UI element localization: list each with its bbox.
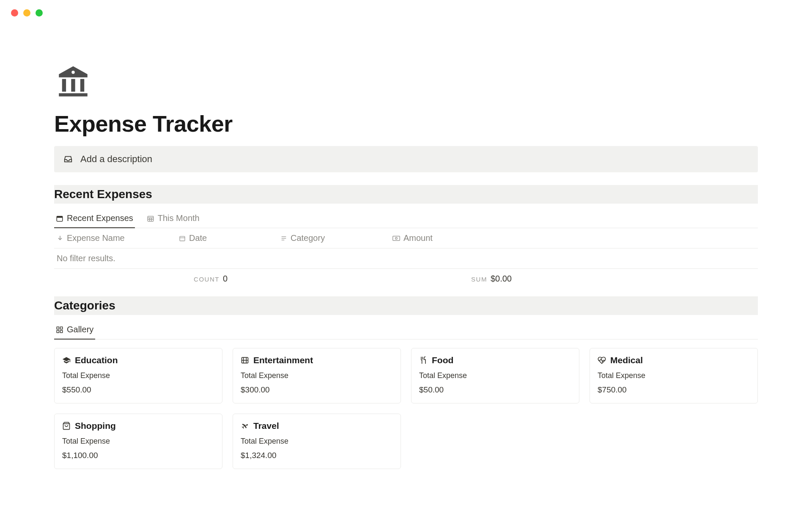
column-label: Amount	[403, 233, 433, 243]
svg-rect-22	[60, 330, 63, 332]
card-name: Education	[75, 355, 118, 365]
category-card-travel[interactable]: TravelTotal Expense$1,324.00	[233, 414, 401, 469]
categories-heading: Categories	[54, 299, 758, 312]
card-total-label: Total Expense	[241, 371, 393, 380]
summary-row: COUNT 0 SUM $0.00	[54, 269, 758, 289]
recent-expenses-heading: Recent Expenses	[54, 188, 758, 201]
card-name: Medical	[610, 355, 643, 365]
list-icon	[280, 235, 287, 242]
column-expense-name[interactable]: Expense Name	[54, 233, 179, 243]
calendar-icon	[179, 235, 186, 242]
column-label: Category	[291, 233, 325, 243]
tab-label: This Month	[158, 213, 200, 223]
card-title: Travel	[241, 421, 393, 431]
card-amount: $1,100.00	[62, 451, 214, 460]
svg-rect-7	[148, 216, 154, 221]
money-icon	[392, 235, 400, 242]
svg-rect-6	[57, 216, 63, 218]
card-title: Education	[62, 355, 214, 365]
arrow-down-icon	[57, 235, 63, 242]
recent-expenses-tabs: Recent Expenses This Month	[54, 209, 758, 228]
plane-icon	[241, 422, 249, 430]
section-header-recent-expenses: Recent Expenses	[54, 185, 758, 204]
svg-rect-19	[57, 327, 59, 329]
window-close-button[interactable]	[11, 9, 18, 17]
shopping-bag-icon	[62, 422, 71, 430]
svg-point-0	[71, 71, 75, 74]
card-total-label: Total Expense	[598, 371, 750, 380]
tab-this-month[interactable]: This Month	[145, 209, 201, 228]
svg-rect-20	[60, 327, 63, 329]
category-card-entertainment[interactable]: EntertainmentTotal Expense$300.00	[233, 348, 401, 403]
card-name: Shopping	[75, 421, 116, 431]
card-total-label: Total Expense	[241, 437, 393, 446]
card-title: Medical	[598, 355, 750, 365]
sum-value: $0.00	[491, 274, 512, 284]
heartbeat-icon	[598, 356, 606, 364]
category-card-shopping[interactable]: ShoppingTotal Expense$1,100.00	[54, 414, 222, 469]
card-name: Food	[432, 355, 453, 365]
window-controls	[0, 0, 812, 17]
tab-recent-expenses[interactable]: Recent Expenses	[54, 209, 135, 228]
svg-rect-3	[80, 79, 84, 92]
graduation-cap-icon	[62, 356, 71, 364]
categories-tabs: Gallery	[54, 320, 758, 340]
category-card-medical[interactable]: MedicalTotal Expense$750.00	[590, 348, 758, 403]
column-label: Expense Name	[67, 233, 125, 243]
card-amount: $300.00	[241, 385, 393, 395]
card-total-label: Total Expense	[62, 371, 214, 380]
summary-sum[interactable]: SUM $0.00	[228, 274, 512, 284]
gallery-icon	[56, 326, 63, 334]
card-total-label: Total Expense	[62, 437, 214, 446]
window-minimize-button[interactable]	[23, 9, 30, 17]
column-label: Date	[189, 233, 207, 243]
inbox-icon	[63, 155, 73, 164]
card-title: Shopping	[62, 421, 214, 431]
card-name: Travel	[253, 421, 279, 431]
card-amount: $50.00	[419, 385, 571, 395]
svg-rect-1	[62, 79, 66, 92]
column-category[interactable]: Category	[280, 233, 392, 243]
categories-gallery: EducationTotal Expense$550.00Entertainme…	[54, 348, 758, 469]
description-text: Add a description	[80, 154, 152, 165]
svg-rect-4	[59, 93, 88, 97]
svg-rect-21	[57, 330, 59, 332]
card-total-label: Total Expense	[419, 371, 571, 380]
window-maximize-button[interactable]	[36, 9, 43, 17]
tab-gallery[interactable]: Gallery	[54, 320, 95, 340]
card-title: Entertainment	[241, 355, 393, 365]
empty-results-text: No filter results.	[54, 248, 758, 269]
utensils-icon	[419, 356, 428, 364]
page-title[interactable]: Expense Tracker	[54, 110, 758, 137]
svg-rect-2	[71, 79, 75, 92]
svg-point-18	[395, 237, 398, 239]
tab-label: Recent Expenses	[67, 213, 133, 223]
card-amount: $750.00	[598, 385, 750, 395]
calendar-day-icon	[56, 215, 63, 222]
description-callout[interactable]: Add a description	[54, 146, 758, 172]
card-title: Food	[419, 355, 571, 365]
count-value: 0	[223, 274, 228, 284]
card-name: Entertainment	[253, 355, 313, 365]
table-header: Expense Name Date Category Amount	[54, 228, 758, 248]
card-amount: $550.00	[62, 385, 214, 395]
svg-rect-12	[180, 236, 185, 241]
column-amount[interactable]: Amount	[392, 233, 758, 243]
column-date[interactable]: Date	[179, 233, 280, 243]
page-icon-bank[interactable]	[54, 63, 758, 103]
category-card-education[interactable]: EducationTotal Expense$550.00	[54, 348, 222, 403]
tab-label: Gallery	[67, 325, 93, 334]
summary-count[interactable]: COUNT 0	[54, 274, 228, 284]
count-label: COUNT	[194, 276, 219, 283]
card-amount: $1,324.00	[241, 451, 393, 460]
sum-label: SUM	[471, 276, 487, 283]
section-header-categories: Categories	[54, 296, 758, 315]
calendar-grid-icon	[147, 215, 154, 222]
film-icon	[241, 356, 249, 364]
svg-rect-17	[393, 236, 400, 240]
category-card-food[interactable]: FoodTotal Expense$50.00	[411, 348, 579, 403]
